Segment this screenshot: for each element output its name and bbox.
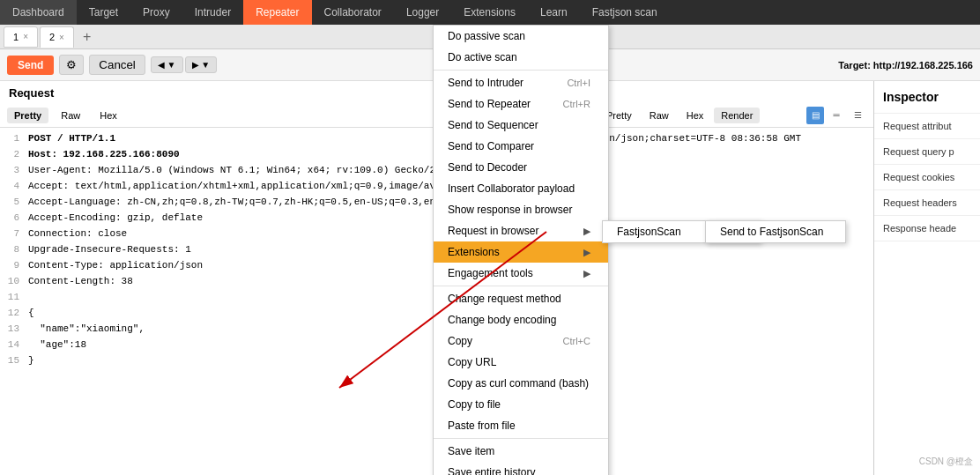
menu-divider [434, 286, 608, 286]
fastjson-submenu: Send to FastjsonScan [705, 220, 846, 243]
line-number: 3 [0, 163, 25, 179]
menu-item-request-in-browser[interactable]: Request in browser▶ [434, 220, 608, 241]
line-number: 2 [0, 147, 25, 163]
response-panel: Response Pretty Raw Hex Render ▤ ═ ☰ ion… [592, 81, 874, 475]
line-number: 7 [0, 226, 25, 242]
ext-item-label: FastjsonScan [617, 226, 681, 238]
menu-item-send-to-repeater[interactable]: Send to RepeaterCtrl+R [434, 93, 608, 115]
line-number: 14 [0, 338, 25, 353]
inspector-request-headers[interactable]: Request headers [874, 190, 980, 216]
menu-item-label: Request in browser [448, 225, 538, 237]
nav-proxy[interactable]: Proxy [130, 0, 182, 25]
tab-hex[interactable]: Hex [93, 108, 124, 123]
menu-item-save-item[interactable]: Save item [434, 441, 608, 462]
line-number: 12 [0, 306, 25, 322]
nav-dashboard[interactable]: Dashboard [0, 0, 77, 25]
menu-item-label: Change body encoding [448, 314, 556, 326]
tab-2-close[interactable]: × [59, 33, 64, 42]
menu-item-copy-url[interactable]: Copy URL [434, 352, 608, 373]
menu-item-label: Copy as curl command (bash) [448, 377, 589, 390]
tab-pretty[interactable]: Pretty [7, 108, 48, 123]
line-number: 15 [0, 353, 25, 369]
menu-item-do-active-scan[interactable]: Do active scan [434, 47, 608, 68]
menu-item-label: Send to Intruder [448, 77, 523, 89]
nav-target[interactable]: Target [77, 0, 130, 25]
settings-button[interactable]: ⚙ [59, 55, 84, 75]
resp-tab-icons: ▤ ═ ☰ [806, 107, 866, 124]
menu-item-send-to-intruder[interactable]: Send to IntruderCtrl+I [434, 72, 608, 93]
resp-editor-icon[interactable]: ▤ [806, 107, 824, 124]
nav-arrows: ◀ ▼ ▶ ▼ [151, 56, 217, 73]
resp-wrap-icon[interactable]: ═ [828, 107, 845, 124]
context-menu: Do passive scanDo active scanSend to Int… [433, 25, 609, 475]
menu-item-show-response-in-browser[interactable]: Show response in browser [434, 199, 608, 220]
resp-menu-icon[interactable]: ☰ [849, 107, 866, 124]
resp-tab-hex[interactable]: Hex [679, 108, 711, 123]
tab-add-button[interactable]: + [76, 29, 98, 45]
menu-item-insert-collaborator-payload[interactable]: Insert Collaborator payload [434, 178, 608, 199]
menu-item-label: Change request method [448, 293, 561, 305]
menu-item-send-to-decoder[interactable]: Send to Decoder [434, 157, 608, 178]
menu-item-label: Engagement tools [448, 267, 533, 279]
tab-2-label: 2 [49, 32, 55, 42]
menu-item-label: Send to Comparer [448, 140, 534, 152]
send-to-fastjsonscan-button[interactable]: Send to FastjsonScan [706, 221, 845, 242]
nav-repeater[interactable]: Repeater [243, 0, 311, 25]
menu-divider [434, 70, 608, 71]
menu-item-label: Paste from file [448, 419, 516, 432]
nav-intruder[interactable]: Intruder [182, 0, 243, 25]
menu-item-label: Send to Sequencer [448, 119, 538, 131]
menu-item-label: Insert Collaborator payload [448, 182, 575, 195]
resp-tab-raw[interactable]: Raw [642, 108, 676, 123]
menu-item-copy[interactable]: CopyCtrl+C [434, 330, 608, 352]
nav-extensions[interactable]: Extensions [451, 0, 528, 25]
menu-item-send-to-sequencer[interactable]: Send to Sequencer [434, 115, 608, 136]
line-number: 8 [0, 242, 25, 258]
line-number: 10 [0, 274, 25, 290]
nav-logger[interactable]: Logger [394, 0, 451, 25]
menu-item-label: Send to Decoder [448, 161, 527, 174]
line-number: 13 [0, 322, 25, 338]
menu-item-save-entire-history[interactable]: Save entire history [434, 462, 608, 475]
menu-item-label: Show response in browser [448, 204, 572, 216]
menu-item-change-body-encoding[interactable]: Change body encoding [434, 309, 608, 330]
cancel-button[interactable]: Cancel [89, 55, 145, 75]
tab-raw[interactable]: Raw [54, 108, 87, 123]
submenu-arrow-icon: ▶ [583, 268, 590, 279]
line-number: 11 [0, 290, 25, 306]
inspector-request-cookies[interactable]: Request cookies [874, 165, 980, 190]
response-content: ion/json;charset=UTF-8 08:36:58 GMT [592, 128, 873, 475]
menu-item-label: Do passive scan [448, 30, 525, 42]
inspector-title: Inspector [874, 81, 980, 114]
submenu-arrow-icon: ▶ [583, 226, 590, 237]
menu-shortcut: Ctrl+R [563, 99, 590, 109]
menu-item-label: Do active scan [448, 51, 517, 63]
inspector-panel: Inspector Request attribut Request query… [874, 81, 980, 475]
nav-collaborator[interactable]: Collaborator [312, 0, 394, 25]
menu-item-copy-as-curl-command-(bash)[interactable]: Copy as curl command (bash) [434, 373, 608, 394]
send-button[interactable]: Send [7, 56, 54, 75]
target-info: Target: http://192.168.225.166 [838, 60, 973, 71]
resp-tab-render[interactable]: Render [714, 108, 760, 123]
nav-learn[interactable]: Learn [528, 0, 580, 25]
menu-item-change-request-method[interactable]: Change request method [434, 288, 608, 309]
menu-shortcut: Ctrl+C [563, 336, 590, 346]
line-number: 1 [0, 131, 25, 147]
prev-button[interactable]: ◀ ▼ [151, 56, 183, 73]
watermark: CSDN @橙盒 [919, 456, 973, 468]
next-button[interactable]: ▶ ▼ [185, 56, 218, 73]
tab-1[interactable]: 1 × [4, 26, 38, 48]
menu-item-copy-to-file[interactable]: Copy to file [434, 394, 608, 415]
menu-item-paste-from-file[interactable]: Paste from file [434, 415, 608, 436]
menu-item-extensions[interactable]: Extensions▶ [434, 241, 608, 263]
nav-fastjson[interactable]: Fastjson scan [580, 0, 670, 25]
tab-2[interactable]: 2 × [40, 26, 74, 48]
menu-item-send-to-comparer[interactable]: Send to Comparer [434, 136, 608, 157]
inspector-response-headers[interactable]: Response heade [874, 216, 980, 241]
inspector-request-attributes[interactable]: Request attribut [874, 114, 980, 139]
menu-item-label: Save item [448, 445, 494, 457]
tab-1-close[interactable]: × [23, 32, 28, 41]
menu-item-do-passive-scan[interactable]: Do passive scan [434, 26, 608, 47]
menu-item-engagement-tools[interactable]: Engagement tools▶ [434, 263, 608, 284]
inspector-request-query[interactable]: Request query p [874, 139, 980, 165]
